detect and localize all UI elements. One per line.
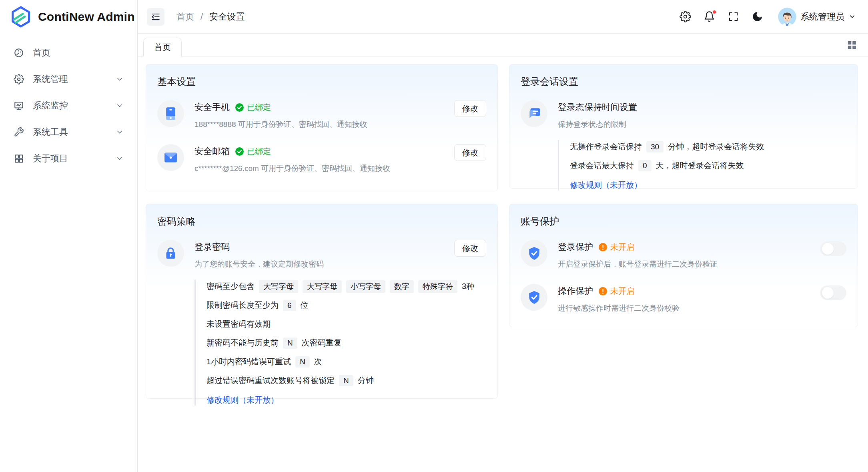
rule-text: 次 — [314, 356, 322, 367]
rule-text: 无操作登录会话保持 — [570, 141, 642, 152]
sidebar-collapse-button[interactable] — [147, 8, 164, 26]
row-desc: 188****8888 可用于身份验证、密码找回、通知接收 — [194, 119, 454, 130]
sidebar-item-label: 首页 — [33, 47, 50, 59]
fullscreen-button[interactable] — [728, 11, 739, 22]
rule-min-length: 限制密码长度至少为 6 位 — [206, 299, 486, 312]
row-title: 安全邮箱 — [194, 145, 230, 157]
sidebar: ContiNew Admin 首页 系统管理 系 — [0, 0, 138, 472]
modify-password-button[interactable]: 修改 — [454, 240, 486, 257]
check-circle-icon — [235, 147, 244, 156]
app-logo: ContiNew Admin — [0, 0, 137, 34]
card-basic-settings: 基本设置 安全手机 — [146, 64, 498, 191]
rule-expiry: 未设置密码有效期 — [206, 317, 486, 331]
badge-label: 已绑定 — [247, 102, 271, 113]
rule-tag: 大写字母 — [259, 280, 298, 293]
modify-rules-link[interactable]: 修改规则（未开放） — [206, 395, 279, 406]
icon-circle — [521, 100, 547, 127]
tab-home[interactable]: 首页 — [143, 38, 182, 56]
sidebar-item-system-management[interactable]: 系统管理 — [6, 68, 131, 90]
rule-tag: 30 — [646, 141, 664, 153]
apps-icon — [14, 153, 24, 164]
card-title: 基本设置 — [157, 75, 486, 88]
dark-mode-button[interactable] — [752, 11, 763, 22]
settings-button[interactable] — [680, 11, 691, 22]
security-email-row: 安全邮箱 已绑定 c********@126.com 可用于身份验证、密码找回、… — [157, 144, 486, 174]
sidebar-item-system-tools[interactable]: 系统工具 — [6, 121, 131, 143]
rule-history: 新密码不能与历史前 N 次密码重复 — [206, 336, 486, 349]
rule-max-session: 登录会话最大保持 0 天，超时登录会话将失效 — [570, 159, 846, 172]
main-area: 首页 / 安全设置 — [138, 0, 868, 472]
rule-text: 分钟 — [358, 375, 374, 386]
exclamation-circle-icon — [599, 287, 607, 295]
status-badge: 未开启 — [599, 242, 634, 253]
rule-tag: 特殊字符 — [418, 280, 457, 293]
card-title: 登录会话设置 — [521, 75, 846, 88]
sidebar-item-home[interactable]: 首页 — [6, 42, 131, 64]
shield-check-icon — [528, 247, 540, 260]
menu-fold-icon — [150, 12, 161, 22]
sidebar-item-label: 系统工具 — [33, 126, 68, 138]
session-rules: 无操作登录会话保持 30 分钟，超时登录会话将失效 登录会话最大保持 0 天，超… — [558, 140, 846, 191]
rule-text: 未设置密码有效期 — [206, 319, 271, 329]
password-rules: 密码至少包含 大写字母 大写字母 小写字母 数字 特殊字符 3种 限制密码长度至… — [194, 280, 486, 406]
mail-icon — [164, 152, 177, 163]
shield-check-icon — [528, 291, 540, 304]
row-title: 安全手机 — [194, 101, 230, 113]
rule-tag: 小写字母 — [346, 280, 385, 293]
rule-char-types: 密码至少包含 大写字母 大写字母 小写字母 数字 特殊字符 3种 — [206, 280, 486, 293]
user-menu[interactable]: 系统管理员 — [778, 8, 856, 26]
toggle-knob — [822, 287, 834, 299]
icon-circle — [521, 284, 547, 311]
sidebar-menu: 首页 系统管理 系统监控 系统工具 — [0, 34, 137, 178]
badge-label: 已绑定 — [247, 146, 271, 157]
rule-tag: N — [295, 356, 310, 368]
rule-text: 限制密码长度至少为 — [206, 300, 279, 311]
notification-dot — [712, 10, 717, 14]
row-desc: 开启登录保护后，账号登录需进行二次身份验证 — [558, 259, 820, 269]
sidebar-item-label: 系统管理 — [33, 73, 68, 85]
tab-bar: 首页 — [138, 34, 868, 56]
grid-icon — [846, 39, 858, 51]
rule-lockout: 超过错误密码重试次数账号将被锁定 N 分钟 — [206, 374, 486, 387]
wrench-icon — [14, 127, 24, 137]
operation-protection-toggle[interactable] — [820, 285, 846, 300]
modify-phone-button[interactable]: 修改 — [454, 100, 486, 117]
breadcrumb-separator: / — [200, 12, 203, 22]
sidebar-item-label: 关于项目 — [33, 153, 68, 165]
chevron-down-icon — [116, 102, 124, 110]
row-body: 登录保护 未开启 开启登录保护后，账号登录需进行二次身份验证 — [558, 240, 820, 269]
rule-text: 3种 — [462, 281, 474, 292]
exclamation-circle-icon — [599, 243, 607, 251]
session-keep-row: 登录态保持时间设置 保持登录状态的限制 — [521, 100, 846, 130]
chevron-down-icon — [116, 155, 124, 163]
row-title: 操作保护 — [558, 285, 593, 297]
chevron-down-icon — [116, 128, 124, 136]
breadcrumb-home[interactable]: 首页 — [176, 11, 194, 23]
sidebar-item-label: 系统监控 — [33, 100, 68, 112]
modify-rules-link[interactable]: 修改规则（未开放） — [570, 180, 642, 191]
row-body: 登录态保持时间设置 保持登录状态的限制 — [558, 100, 846, 130]
modify-email-button[interactable]: 修改 — [454, 144, 486, 161]
row-title: 登录态保持时间设置 — [558, 101, 637, 113]
breadcrumb-current: 安全设置 — [209, 11, 245, 23]
login-protection-row: 登录保护 未开启 开启登录保护后，账号登录需进行二次身份验证 — [521, 240, 846, 269]
card-account-protection: 账号保护 登录保护 — [509, 204, 858, 327]
lock-icon — [165, 247, 176, 260]
badge-label: 未开启 — [610, 242, 634, 253]
operation-protection-row: 操作保护 未开启 进行敏感操作时需进行二次身份校验 — [521, 284, 846, 313]
row-title: 登录密码 — [194, 241, 230, 253]
dashboard-icon — [14, 48, 24, 58]
icon-circle — [157, 144, 184, 171]
rule-tag: 0 — [638, 160, 652, 171]
content-column-right: 登录会话设置 登录态保持时间设置 — [509, 64, 858, 464]
login-protection-toggle[interactable] — [820, 241, 846, 256]
icon-circle — [521, 240, 547, 267]
icon-circle — [157, 240, 184, 267]
tab-options-button[interactable] — [846, 39, 858, 51]
notifications-button[interactable] — [704, 11, 715, 22]
avatar — [778, 8, 796, 26]
rule-text: 新密码不能与历史前 — [206, 337, 279, 348]
sidebar-item-system-monitor[interactable]: 系统监控 — [6, 94, 131, 117]
icon-circle — [157, 100, 184, 127]
sidebar-item-about[interactable]: 关于项目 — [6, 147, 131, 170]
